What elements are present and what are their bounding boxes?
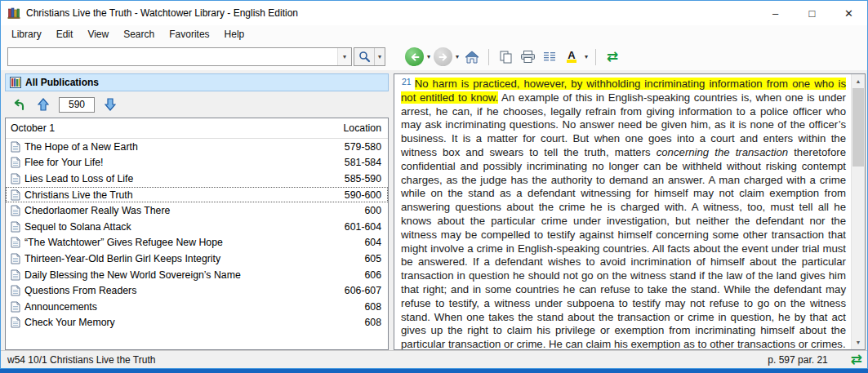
menubar: Library Edit View Search Favorites Help: [1, 25, 867, 43]
list-item[interactable]: Check Your Memory608: [6, 315, 388, 331]
navigation-toolbar: ▾ ▾: [405, 47, 622, 68]
highlight-button[interactable]: A: [562, 47, 581, 68]
back-button[interactable]: [405, 47, 424, 66]
search-options-caret-icon[interactable]: ▾: [374, 48, 385, 65]
highlight-color-caret-icon[interactable]: ▾: [584, 53, 589, 60]
search-icon[interactable]: [354, 48, 374, 65]
list-item[interactable]: Daily Blessing the New World Sovereign’s…: [6, 267, 388, 283]
status-page-paragraph: p. 597 par. 21: [768, 354, 827, 366]
document-page-icon: [11, 237, 20, 248]
list-item-location: 579-580: [336, 141, 383, 153]
document-page-icon: [11, 269, 20, 281]
highlight-letter-icon: A: [567, 51, 576, 63]
list-item-title: The Hope of a New Earth: [24, 141, 336, 153]
forward-button[interactable]: [434, 47, 452, 66]
document-segment-normal: theretofore confidential and possibly in…: [401, 146, 846, 349]
columns-view-button[interactable]: [540, 47, 559, 68]
page-number-input[interactable]: [59, 97, 95, 113]
list-item-location: 605: [336, 253, 383, 264]
document-scrollbar[interactable]: ▲ ▼: [851, 74, 865, 349]
menu-favorites[interactable]: Favorites: [162, 26, 216, 42]
list-item-location: 608: [336, 317, 383, 328]
document-page-icon: [11, 157, 20, 168]
menu-help[interactable]: Help: [217, 26, 252, 42]
publication-scope-selector[interactable]: All Publications: [5, 73, 389, 91]
app-window: Christians Live the Truth - Watchtower L…: [0, 0, 868, 369]
toolbar-separator: [595, 49, 596, 65]
list-item-location: 581-584: [336, 157, 383, 168]
page-down-arrow-button[interactable]: [100, 95, 120, 113]
combo-dropdown-icon[interactable]: ▾: [337, 48, 351, 65]
left-panel: All Publications: [5, 73, 389, 350]
list-header: October 1 Location: [6, 118, 388, 139]
go-back-arrow-button[interactable]: [8, 95, 28, 113]
menu-search[interactable]: Search: [116, 26, 162, 42]
list-item[interactable]: Christians Live the Truth590-600: [6, 187, 388, 203]
document-paragraph: 21No harm is practiced, however, by with…: [394, 74, 851, 349]
list-item-title: Announcements: [24, 301, 336, 313]
list-item-title: Thirteen-Year-Old Berlin Girl Keeps Inte…: [24, 253, 336, 264]
toolbar: ▾ ▾ ▾: [1, 43, 867, 70]
list-item-title: Lies Lead to Loss of Life: [24, 173, 336, 184]
document-page-icon: [11, 205, 20, 216]
list-item-title: Daily Blessing the New World Sovereign’s…: [24, 269, 336, 281]
list-item-title: Christians Live the Truth: [24, 189, 336, 201]
list-item[interactable]: The Hope of a New Earth579-580: [6, 139, 388, 155]
bookshelf-icon: [10, 77, 21, 88]
sync-button[interactable]: ⇄: [603, 47, 622, 68]
list-header-location: Location: [336, 122, 383, 134]
menu-library[interactable]: Library: [4, 26, 49, 42]
list-item[interactable]: Announcements608: [6, 299, 388, 315]
maximize-button[interactable]: □: [794, 1, 830, 25]
status-sync-button[interactable]: ⇄: [851, 353, 862, 366]
document-text: No harm is practiced, however, by withho…: [401, 78, 846, 349]
document-page-icon: [11, 141, 20, 153]
menu-view[interactable]: View: [80, 26, 116, 42]
list-item[interactable]: “The Watchtower” Gives Refugee New Hope6…: [6, 235, 388, 251]
close-button[interactable]: ✕: [830, 1, 867, 25]
app-icon: [7, 7, 20, 20]
back-history-caret-icon[interactable]: ▾: [426, 53, 431, 60]
window-title: Christians Live the Truth - Watchtower L…: [26, 7, 757, 19]
print-button[interactable]: [518, 47, 537, 68]
status-reference: w54 10/1 Christians Live the Truth: [7, 354, 768, 366]
publication-list: October 1 Location The Hope of a New Ear…: [5, 118, 389, 350]
list-item-title: Sequel to Solana Attack: [24, 221, 336, 233]
document-page-icon: [11, 221, 20, 233]
document-page-icon: [11, 317, 20, 328]
page-up-arrow-button[interactable]: [33, 95, 53, 113]
search-input[interactable]: [8, 48, 337, 65]
list-item-title: Check Your Memory: [24, 317, 336, 328]
screen: Christians Live the Truth - Watchtower L…: [0, 0, 868, 373]
list-item[interactable]: Thirteen-Year-Old Berlin Girl Keeps Inte…: [6, 251, 388, 267]
list-item-title: “The Watchtower” Gives Refugee New Hope: [24, 237, 336, 248]
search-button[interactable]: ▾: [354, 47, 385, 66]
scrollbar-thumb[interactable]: [852, 88, 864, 167]
search-combobox[interactable]: ▾: [7, 47, 352, 66]
list-item-location: 606: [336, 269, 383, 281]
list-item[interactable]: Lies Lead to Loss of Life585-590: [6, 171, 388, 187]
list-item-title: Questions From Readers: [24, 285, 336, 296]
home-button[interactable]: [462, 47, 482, 68]
list-item-location: 600: [336, 205, 383, 216]
list-item-location: 585-590: [336, 173, 383, 184]
forward-history-caret-icon[interactable]: ▾: [455, 53, 460, 60]
menu-edit[interactable]: Edit: [49, 26, 81, 42]
list-item-title: Chedorlaomer Really Was There: [24, 205, 336, 216]
copy-button[interactable]: [496, 47, 515, 68]
paragraph-number: 21: [402, 77, 412, 87]
sync-icon: ⇄: [607, 50, 618, 64]
document-page-icon: [11, 301, 20, 313]
list-item[interactable]: Questions From Readers606-607: [6, 282, 388, 299]
list-item-location: 601-604: [336, 221, 383, 233]
document-page-icon: [11, 253, 20, 264]
page-navigation: [5, 91, 389, 118]
minimize-button[interactable]: –: [757, 1, 794, 25]
list-item[interactable]: Flee for Your Life!581-584: [6, 155, 388, 171]
list-item[interactable]: Chedorlaomer Really Was There600: [6, 202, 388, 219]
scrollbar-up-arrow-icon[interactable]: ▲: [852, 74, 865, 88]
document-page-icon: [11, 189, 20, 201]
scrollbar-down-arrow-icon[interactable]: ▼: [852, 335, 865, 349]
window-controls: – □ ✕: [757, 1, 867, 25]
list-item[interactable]: Sequel to Solana Attack601-604: [6, 219, 388, 235]
